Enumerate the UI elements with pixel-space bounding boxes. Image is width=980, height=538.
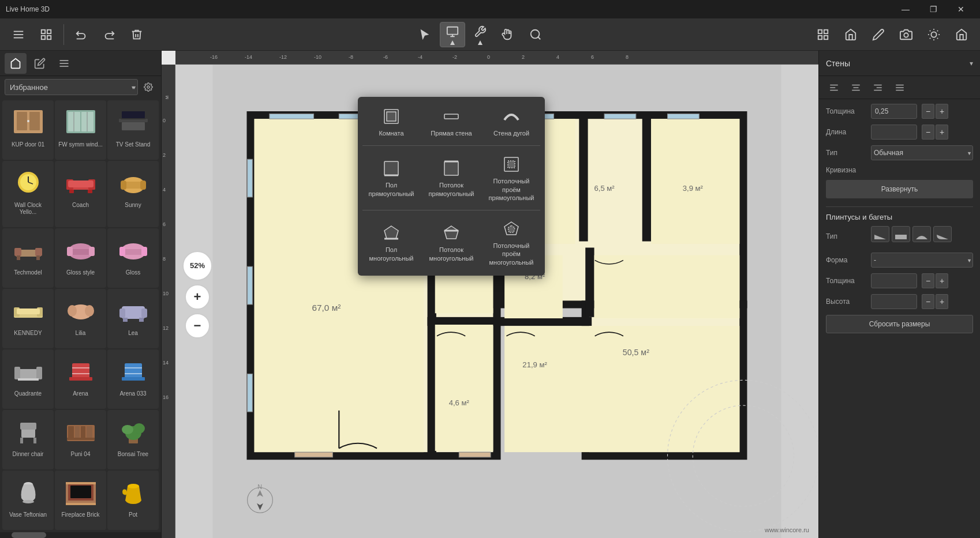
tab-home[interactable] [5, 53, 27, 74]
length-increase[interactable]: + [936, 125, 948, 140]
list-item[interactable]: Gloss style [55, 228, 106, 288]
plinth-thickness-input[interactable] [871, 273, 917, 288]
popup-rect-opening-button[interactable]: Потолочный проём прямоугольный [482, 149, 540, 206]
plinth-height-decrease[interactable]: − [922, 294, 934, 309]
maximize-button[interactable]: ❐ [920, 0, 947, 18]
list-item[interactable]: Arena 033 [107, 349, 159, 409]
menu-button[interactable] [6, 22, 31, 47]
grid-view-button[interactable] [810, 22, 836, 47]
list-item[interactable]: Gloss [107, 228, 159, 288]
list-item[interactable]: Lea [107, 289, 159, 348]
tab-list[interactable] [53, 53, 75, 74]
canvas-area[interactable]: -16 -14 -12 -10 -8 -6 -4 -2 0 2 4 6 8 м … [162, 51, 818, 538]
svg-rect-96 [20, 438, 23, 443]
plinth-thickness-decrease[interactable]: − [922, 273, 934, 288]
list-item[interactable]: Vase Teftonian [2, 471, 54, 530]
popup-arc-wall-button[interactable]: Стена дугой [482, 101, 540, 142]
minimize-button[interactable]: — [892, 0, 919, 18]
svg-rect-83 [14, 367, 20, 379]
rect-ceiling-icon [441, 158, 462, 179]
3d-view-button[interactable] [838, 22, 863, 47]
list-item[interactable]: Arena [55, 349, 106, 409]
expand-button[interactable]: Развернуть [826, 180, 973, 198]
plinth-thickness-increase[interactable]: + [936, 273, 948, 288]
popup-straight-wall-button[interactable]: Прямая стена [422, 101, 480, 142]
list-item[interactable]: Dinner chair [2, 410, 54, 469]
build-tool-button[interactable] [440, 22, 465, 47]
plinth-type-3-button[interactable] [912, 226, 931, 242]
align-left-button[interactable] [824, 78, 844, 97]
length-decrease[interactable]: − [922, 125, 934, 140]
length-input[interactable] [871, 125, 917, 140]
plinth-shape-select[interactable]: - [871, 253, 973, 268]
plinth-type-1-button[interactable] [871, 226, 889, 242]
plinth-height-input[interactable] [871, 294, 917, 309]
list-item[interactable]: Sunny [107, 161, 159, 227]
pan-tool-button[interactable] [495, 22, 521, 47]
category-dropdown[interactable]: Избранное Мебель Двери Окна [5, 79, 138, 95]
delete-button[interactable] [124, 22, 149, 47]
rect-floor-icon [381, 158, 402, 179]
list-item[interactable]: KUP door 01 [2, 100, 54, 160]
zoom-out-button[interactable]: − [185, 313, 210, 338]
popup-poly-floor-button[interactable]: Пол многоугольный [362, 214, 420, 271]
search-button[interactable] [523, 22, 548, 47]
section-divider [826, 206, 973, 207]
plinth-height-increase[interactable]: + [936, 294, 948, 309]
svg-rect-198 [508, 161, 515, 168]
sidebar-scroll-thumb[interactable] [12, 532, 46, 538]
list-item[interactable]: TV Set Stand [107, 100, 159, 160]
list-item[interactable]: KENNEDY [2, 289, 54, 348]
svg-text:0: 0 [163, 118, 166, 123]
house-render-button[interactable] [949, 22, 974, 47]
list-item[interactable]: Fireplace Brick [55, 471, 106, 530]
popup-rect-ceiling-button[interactable]: Потолок прямоугольный [422, 149, 480, 206]
item-label: Gloss [126, 269, 141, 276]
popup-divider-2 [362, 210, 540, 210]
sun-button[interactable] [921, 22, 947, 47]
item-label: Pot [129, 511, 137, 518]
list-item[interactable]: Puni 04 [55, 410, 106, 469]
plinth-type-2-button[interactable] [892, 226, 910, 242]
select-tool-button[interactable] [412, 22, 437, 47]
library-button[interactable] [33, 22, 59, 47]
type-select[interactable]: Обычная Несущая Перегородка [871, 145, 973, 160]
list-item[interactable]: Quadrante [2, 349, 54, 409]
list-item[interactable]: Wall Clock Yello... [2, 161, 54, 227]
svg-rect-86 [72, 363, 89, 378]
popup-room-button[interactable]: Комната [362, 101, 420, 142]
list-item[interactable]: Bonsai Tree [107, 410, 159, 469]
sidebar-scrollbar[interactable] [0, 532, 161, 538]
thickness-label: Толщина [826, 107, 866, 115]
align-justify-button[interactable] [889, 78, 910, 97]
tools-button[interactable] [467, 22, 493, 47]
svg-text:2: 2 [522, 54, 525, 60]
camera-button[interactable] [893, 22, 919, 47]
popup-rect-floor-button[interactable]: Пол прямоугольный [362, 149, 420, 206]
redo-button[interactable] [96, 22, 122, 47]
pencil-button[interactable] [866, 22, 891, 47]
sidebar-settings-button[interactable] [140, 79, 156, 95]
align-center-button[interactable] [846, 78, 866, 97]
svg-line-25 [937, 30, 938, 31]
item-label: FW symm wind... [58, 141, 103, 148]
svg-rect-112 [70, 486, 91, 498]
plinth-type-4-button[interactable] [933, 226, 952, 242]
list-item[interactable]: Techmodel [2, 228, 54, 288]
list-item[interactable]: FW symm wind... [55, 100, 106, 160]
reset-button[interactable]: Сбросить размеры [826, 315, 973, 333]
thickness-input[interactable] [871, 104, 917, 119]
popup-poly-opening-button[interactable]: Потолочный проём многоугольный [482, 214, 540, 271]
tab-edit[interactable] [29, 53, 51, 74]
popup-poly-ceiling-button[interactable]: Потолок многоугольный [422, 214, 480, 271]
item-label: TV Set Stand [116, 141, 150, 148]
align-right-button[interactable] [867, 78, 888, 97]
list-item[interactable]: Pot [107, 471, 159, 530]
zoom-in-button[interactable]: + [185, 284, 210, 310]
close-button[interactable]: ✕ [948, 0, 974, 18]
thickness-increase[interactable]: + [936, 104, 948, 119]
list-item[interactable]: Coach [55, 161, 106, 227]
thickness-decrease[interactable]: − [922, 104, 934, 119]
list-item[interactable]: Lilia [55, 289, 106, 348]
undo-button[interactable] [69, 22, 94, 47]
